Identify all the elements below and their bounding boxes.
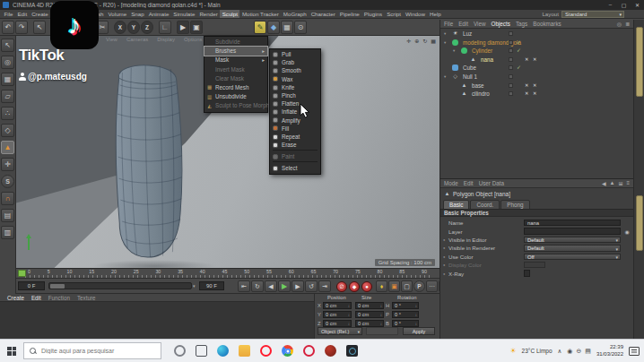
brush-menu-item[interactable]: Erase — [270, 141, 320, 149]
brush-menu-item[interactable] — [273, 150, 318, 151]
timeline-ruler[interactable]: 051015202530354045505560657075808590 — [16, 269, 439, 279]
side-tab-2[interactable] — [636, 195, 643, 251]
layer-swatch[interactable] — [509, 57, 513, 62]
object-name[interactable]: cilindro — [472, 90, 490, 97]
position-field[interactable]: 0 cm — [323, 320, 352, 328]
object-row[interactable]: Cube ✓ — [440, 64, 633, 73]
autokey-icon[interactable]: ◆ — [349, 281, 360, 292]
object-row[interactable]: base ✕ ✕ — [440, 82, 633, 90]
layer-swatch[interactable] — [509, 31, 513, 36]
size-field[interactable]: 0 cm — [355, 311, 384, 319]
pan-view-icon[interactable]: ✛ — [406, 38, 411, 44]
z-axis-lock-icon[interactable]: Z — [141, 21, 153, 34]
object-tags[interactable]: ✕ ✕ — [525, 56, 538, 65]
workplane-x-icon[interactable]: ▤ — [1, 209, 14, 222]
layer-swatch[interactable] — [509, 74, 513, 79]
point-level-icon[interactable]: ⋯ — [426, 280, 438, 292]
viewport-menu-item[interactable]: Cameras — [126, 37, 148, 42]
search-input[interactable] — [41, 348, 149, 354]
brush-menu-item[interactable] — [273, 161, 318, 163]
size-field[interactable]: 0 cm — [355, 320, 384, 328]
brush-menu-item[interactable]: Pinch — [270, 91, 320, 99]
size-field[interactable]: 0 cm — [355, 302, 384, 310]
menubar-item[interactable]: File — [2, 10, 15, 18]
tray-caret-icon[interactable]: ∧ — [558, 348, 562, 355]
attribute-menu-item[interactable]: User Data — [479, 180, 504, 186]
attribute-menu-item[interactable]: Mode — [444, 180, 458, 186]
redo-icon[interactable]: ↷ — [15, 21, 28, 34]
sculpt-menu-item[interactable]: ▦ Record Mesh — [205, 83, 267, 92]
object-name[interactable]: Cylinder — [472, 47, 492, 54]
material-menu-item[interactable]: Create — [7, 295, 24, 301]
loop-icon[interactable]: ↺ — [305, 280, 318, 292]
record-icon[interactable]: ● — [361, 281, 372, 292]
sculpt-menu-item[interactable]: ▥ Unsubdivide — [205, 92, 267, 101]
object-tags[interactable]: ✕ ✕ — [525, 82, 538, 90]
panel-menu-icon[interactable]: ≣ — [625, 21, 630, 27]
goto-end-icon[interactable]: ⇥ — [318, 280, 331, 292]
enable-check-icon[interactable]: ✓ — [517, 64, 521, 73]
edge-icon[interactable] — [217, 345, 229, 357]
rotation-field[interactable]: 0 ° — [392, 302, 419, 310]
media-app-icon[interactable] — [325, 345, 336, 357]
attribute-value[interactable] — [524, 270, 530, 277]
expand-arrow-icon[interactable]: ▾ — [453, 47, 459, 56]
brush-menu-item[interactable]: Inflate — [270, 108, 320, 116]
opera-gx-icon[interactable] — [303, 345, 315, 357]
sculpt-menu-item[interactable]: Clear Mask — [205, 74, 267, 83]
expand-arrow-icon[interactable]: ▾ — [444, 30, 450, 39]
cinema4d-icon[interactable] — [346, 345, 358, 357]
coordinate-mode-select[interactable]: Object (Rel.) — [318, 327, 362, 335]
menubar-item[interactable]: Volume — [106, 10, 129, 18]
layer-swatch[interactable] — [509, 91, 513, 96]
brush-menu-item[interactable]: Select — [270, 164, 320, 172]
object-row[interactable]: ▾ Cylinder ✓ — [440, 47, 633, 56]
rotation-key-icon[interactable]: ▢ — [401, 280, 413, 292]
clock[interactable]: 22:39 31/03/2022 — [596, 344, 623, 357]
record-objects-icon[interactable]: ∅ — [336, 281, 347, 292]
expand-arrow-icon[interactable]: ▾ — [444, 73, 450, 82]
menubar-item[interactable]: Motion Tracker — [239, 10, 281, 18]
live-selection-icon[interactable]: ↖ — [33, 21, 46, 34]
enable-check-icon[interactable]: ✓ — [517, 47, 521, 56]
attribute-value[interactable]: Default — [524, 237, 621, 244]
layer-swatch[interactable] — [509, 48, 513, 53]
object-manager-menu-item[interactable]: File — [444, 21, 453, 27]
brush-menu-item[interactable]: Fill — [270, 125, 320, 133]
attribute-menu-item[interactable]: Edit — [464, 180, 474, 186]
viewport-menu-item[interactable]: Options — [184, 37, 203, 42]
slider-handle[interactable] — [50, 284, 65, 289]
light-object-icon[interactable]: ⊙ — [294, 21, 307, 34]
play-icon[interactable]: ▶ — [278, 280, 291, 292]
opera-icon[interactable] — [260, 345, 272, 357]
layer-swatch[interactable] — [509, 83, 513, 88]
material-menu-item[interactable]: Edit — [31, 295, 41, 301]
nav-back-icon[interactable]: ◀ — [602, 180, 606, 186]
brush-menu-item[interactable]: Amplify — [270, 116, 320, 125]
tray-shield-icon[interactable]: ⊖ — [576, 348, 581, 355]
edges-mode-icon[interactable]: ◇ — [1, 124, 14, 137]
brush-menu-item[interactable]: Wax — [270, 75, 320, 83]
x-axis-lock-icon[interactable]: X — [114, 21, 126, 34]
play-reverse-icon[interactable]: ↻ — [251, 280, 264, 292]
object-name[interactable]: base — [472, 82, 484, 89]
start-frame-field[interactable]: 0 F — [18, 281, 45, 290]
menubar-item[interactable]: Character — [309, 10, 337, 18]
zoom-view-icon[interactable]: ⊕ — [414, 38, 419, 44]
next-frame-icon[interactable]: ▶ — [292, 280, 304, 292]
attribute-value[interactable]: Default — [524, 245, 621, 252]
field-extra-icon[interactable]: ◉ — [622, 228, 631, 235]
model-mode-icon[interactable]: ◎ — [1, 56, 14, 69]
tray-chat-icon[interactable]: ▤ — [585, 348, 591, 355]
object-manager-menu-item[interactable]: View — [474, 21, 486, 27]
attribute-value[interactable] — [524, 228, 621, 235]
position-field[interactable]: 0 cm — [323, 311, 352, 319]
brush-menu-item[interactable]: Grab — [270, 58, 320, 66]
brush-menu-item[interactable]: Repeat — [270, 133, 320, 141]
object-name[interactable]: Null 1 — [463, 73, 477, 80]
rotate-view-icon[interactable]: ↻ — [422, 38, 427, 44]
object-row[interactable]: ▾ Luz — [440, 30, 633, 39]
layout-select[interactable]: Standard — [561, 11, 624, 18]
toggle-view-icon[interactable]: ▦ — [431, 38, 436, 44]
enable-check-icon[interactable]: ✓ — [517, 39, 521, 47]
